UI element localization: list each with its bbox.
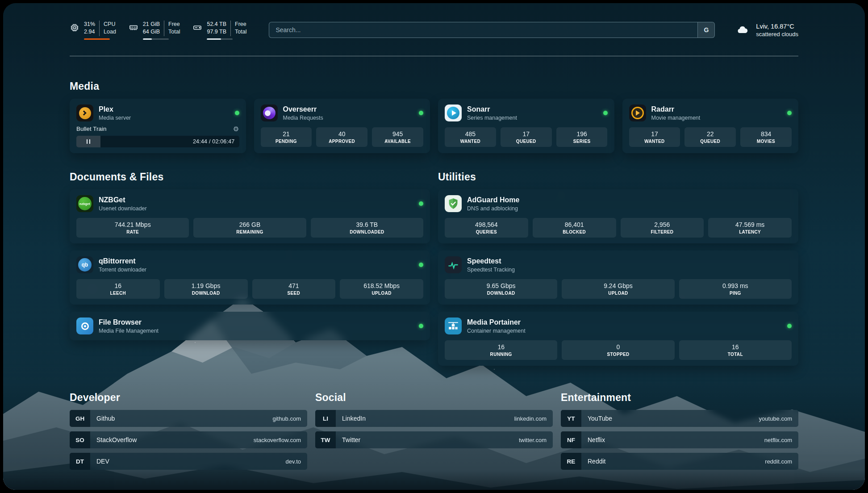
media-section: Media Plex Media server [70, 80, 798, 153]
bookmark-twitter[interactable]: TW Twitter twitter.com [315, 431, 553, 448]
now-playing-title: Bullet Train [76, 125, 107, 132]
app-card-overseerr[interactable]: Overseerr Media Requests 21 PENDING 40 A… [254, 99, 430, 153]
bookmark-linkedin[interactable]: LI LinkedIn linkedin.com [315, 410, 553, 427]
cpu-label: CPU [99, 21, 116, 29]
stat-box: 40 APPROVED [316, 127, 367, 147]
stat-label: REMAINING [195, 230, 304, 234]
portainer-icon [445, 318, 462, 334]
bookmark-reddit[interactable]: RE Reddit reddit.com [561, 453, 798, 470]
stat-value: 21 [263, 130, 310, 138]
stat-box: 834 MOVIES [740, 127, 792, 147]
qbittorrent-logo-text: qb [78, 258, 92, 272]
bookmark-github[interactable]: GH Github github.com [70, 410, 307, 427]
stat-box: 618.52 Mbps UPLOAD [340, 279, 423, 299]
disk-free-value: 52.4 TB [207, 21, 230, 29]
section-title-social: Social [315, 392, 553, 404]
stat-label: QUERIES [447, 230, 526, 234]
app-name: Media Portainer [467, 318, 526, 326]
filebrowser-icon [76, 318, 93, 334]
bookmark-netflix[interactable]: NF Netflix netflix.com [561, 431, 798, 448]
cpu-load-label: Load [99, 28, 116, 36]
search-input[interactable] [269, 22, 715, 38]
bookmark-url: dev.to [286, 453, 307, 470]
plex-icon [76, 104, 93, 121]
app-description: Media Requests [283, 115, 323, 121]
bookmark-name: Reddit [581, 453, 605, 470]
app-card-portainer[interactable]: Media Portainer Container management 16 … [438, 312, 798, 366]
stat-value: 16 [78, 282, 158, 289]
weather-location: Lviv, 16.87°C [756, 22, 798, 31]
stat-label: UPLOAD [342, 291, 421, 296]
bookmark-url: github.com [272, 410, 307, 427]
bookmark-name: Github [90, 410, 115, 427]
stat-box: 47.569 ms LATENCY [708, 218, 792, 238]
youtube-icon: YT [561, 410, 581, 427]
stackoverflow-icon: SO [70, 431, 90, 448]
bookmark-name: Twitter [336, 431, 360, 448]
documents-column: Documents & Files nzbget NZBGet Usenet d… [70, 171, 430, 366]
app-card-nzbget[interactable]: nzbget NZBGet Usenet downloader 744.21 M… [70, 189, 430, 243]
bookmark-name: YouTube [581, 410, 612, 427]
stat-box: 16 RUNNING [445, 340, 557, 360]
disk-total-value: 97.9 TB [207, 28, 230, 36]
app-name: Speedtest [467, 257, 515, 265]
stat-value: 9.65 Gbps [447, 282, 555, 289]
stat-value: 266 GB [195, 221, 304, 228]
stat-box: 498,564 QUERIES [445, 218, 528, 238]
stat-box: 266 GB REMAINING [193, 218, 306, 238]
stat-box: 9.65 Gbps DOWNLOAD [445, 279, 557, 299]
section-title-utilities: Utilities [438, 171, 798, 183]
settings-gear-icon[interactable]: ⚙ [233, 125, 239, 132]
stat-label: PENDING [263, 139, 310, 144]
stat-box: 86,401 BLOCKED [533, 218, 616, 238]
memory-usage-bar [143, 38, 169, 40]
dev-icon: DT [70, 453, 90, 470]
stat-value: 485 [447, 130, 494, 138]
bookmark-youtube[interactable]: YT YouTube youtube.com [561, 410, 798, 427]
stat-value: 1.19 Gbps [166, 282, 246, 289]
memory-icon [129, 23, 138, 33]
stat-box: 16 LEECH [76, 279, 160, 299]
bookmark-dev[interactable]: DT DEV dev.to [70, 453, 307, 470]
cpu-usage-value: 31% [84, 21, 99, 29]
status-online-dot [787, 111, 792, 115]
dashboard-screen: 31% CPU 2.94 Load 21 [3, 3, 865, 490]
memory-metric: 21 GiB Free 64 GiB Total [129, 21, 180, 40]
stat-box: 744.21 Mbps RATE [76, 218, 189, 238]
search-engine-button[interactable]: G [697, 22, 714, 38]
app-card-radarr[interactable]: Radarr Movie management 17 WANTED 22 QUE… [622, 99, 799, 153]
playback-progress-bar[interactable]: 24:44 / 02:06:47 [76, 136, 239, 147]
stat-value: 16 [681, 343, 790, 351]
twitter-icon: TW [315, 431, 336, 448]
pause-button[interactable] [76, 136, 100, 147]
status-online-dot [419, 111, 423, 115]
cpu-metric: 31% CPU 2.94 Load [70, 21, 116, 40]
app-card-filebrowser[interactable]: File Browser Media File Management [70, 312, 430, 340]
stat-label: STOPPED [563, 352, 672, 357]
app-card-speedtest[interactable]: Speedtest Speedtest Tracking 9.65 Gbps D… [438, 251, 798, 305]
bookmark-name: StackOverflow [90, 431, 137, 448]
bookmark-url: stackoverflow.com [254, 431, 307, 448]
stat-label: QUEUED [686, 139, 734, 144]
stat-label: RUNNING [447, 352, 555, 357]
cpu-usage-bar [84, 38, 110, 40]
bookmark-stackoverflow[interactable]: SO StackOverflow stackoverflow.com [70, 431, 307, 448]
sonarr-icon [445, 104, 462, 121]
stat-box: 471 SEED [252, 279, 336, 299]
stat-box: 945 AVAILABLE [372, 127, 423, 147]
stat-box: 485 WANTED [445, 127, 496, 147]
stat-value: 471 [254, 282, 334, 289]
app-card-adguard[interactable]: AdGuard Home DNS and adblocking 498,564 … [438, 189, 798, 243]
app-name: NZBGet [99, 196, 147, 204]
stat-box: 17 WANTED [629, 127, 680, 147]
stat-label: TOTAL [681, 352, 790, 357]
app-card-qbittorrent[interactable]: qb qBittorrent Torrent downloader 16 LEE… [70, 251, 430, 305]
app-name: File Browser [99, 318, 159, 326]
section-title-developer: Developer [70, 392, 307, 404]
app-card-plex[interactable]: Plex Media server Bullet Train ⚙ 24:44 /… [70, 99, 246, 153]
nzbget-icon: nzbget [76, 195, 93, 212]
disk-total-label: Total [230, 28, 246, 36]
stat-label: BLOCKED [534, 230, 614, 234]
app-card-sonarr[interactable]: Sonarr Series management 485 WANTED 17 Q… [438, 99, 614, 153]
bookmark-url: reddit.com [765, 453, 798, 470]
